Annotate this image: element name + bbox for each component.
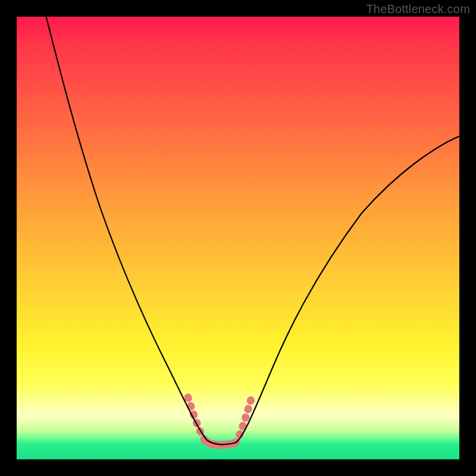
- bottleneck-curve: [45, 13, 461, 444]
- curve-svg: [17, 17, 459, 459]
- plot-area: [17, 17, 459, 459]
- watermark-text: TheBottleneck.com: [366, 2, 470, 16]
- chart-frame: TheBottleneck.com: [0, 0, 476, 476]
